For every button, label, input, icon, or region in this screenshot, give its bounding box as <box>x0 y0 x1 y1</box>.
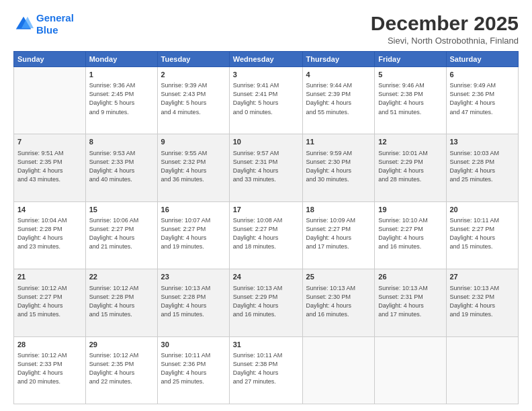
day-number: 1 <box>89 70 154 80</box>
calendar-header-wednesday: Wednesday <box>229 52 302 67</box>
day-number: 7 <box>17 137 82 147</box>
logo-line1: General <box>36 12 74 24</box>
calendar-week-1: 1Sunrise: 9:36 AM Sunset: 2:45 PM Daylig… <box>14 67 519 134</box>
day-number: 19 <box>378 205 442 215</box>
day-number: 30 <box>161 340 226 350</box>
day-number: 13 <box>450 137 515 147</box>
day-info: Sunrise: 9:46 AM Sunset: 2:38 PM Dayligh… <box>378 81 442 116</box>
calendar-header-thursday: Thursday <box>302 52 375 67</box>
calendar-cell: 15Sunrise: 10:06 AM Sunset: 2:27 PM Dayl… <box>85 201 157 269</box>
day-number: 2 <box>161 70 226 80</box>
day-info: Sunrise: 10:13 AM Sunset: 2:32 PM Daylig… <box>450 284 515 319</box>
day-info: Sunrise: 9:53 AM Sunset: 2:33 PM Dayligh… <box>89 149 154 184</box>
calendar-header-tuesday: Tuesday <box>157 52 229 67</box>
day-number: 8 <box>89 137 154 147</box>
calendar-cell: 6Sunrise: 9:49 AM Sunset: 2:36 PM Daylig… <box>446 67 519 134</box>
calendar-cell: 31Sunrise: 10:11 AM Sunset: 2:38 PM Dayl… <box>229 336 302 404</box>
day-number: 29 <box>89 340 154 350</box>
day-info: Sunrise: 9:36 AM Sunset: 2:45 PM Dayligh… <box>89 81 154 116</box>
calendar-cell: 28Sunrise: 10:12 AM Sunset: 2:33 PM Dayl… <box>14 336 86 404</box>
day-number: 16 <box>161 205 226 215</box>
day-number: 24 <box>233 272 299 282</box>
day-number: 12 <box>378 137 442 147</box>
calendar-header-saturday: Saturday <box>446 52 519 67</box>
calendar-cell: 12Sunrise: 10:01 AM Sunset: 2:29 PM Dayl… <box>375 134 446 201</box>
calendar-table: SundayMondayTuesdayWednesdayThursdayFrid… <box>13 51 519 404</box>
calendar-week-5: 28Sunrise: 10:12 AM Sunset: 2:33 PM Dayl… <box>14 336 519 404</box>
calendar-cell <box>302 336 375 404</box>
day-info: Sunrise: 9:41 AM Sunset: 2:41 PM Dayligh… <box>233 81 299 116</box>
day-number: 21 <box>17 272 82 282</box>
day-info: Sunrise: 10:06 AM Sunset: 2:27 PM Daylig… <box>89 216 154 251</box>
day-info: Sunrise: 10:13 AM Sunset: 2:28 PM Daylig… <box>161 284 226 319</box>
day-number: 9 <box>161 137 226 147</box>
title-block: December 2025 Sievi, North Ostrobothnia,… <box>371 12 519 46</box>
day-info: Sunrise: 9:44 AM Sunset: 2:39 PM Dayligh… <box>306 81 371 116</box>
day-number: 25 <box>306 272 371 282</box>
day-info: Sunrise: 10:13 AM Sunset: 2:30 PM Daylig… <box>306 284 371 319</box>
logo-text: General Blue <box>36 12 74 36</box>
day-number: 28 <box>17 340 82 350</box>
calendar-cell: 27Sunrise: 10:13 AM Sunset: 2:32 PM Dayl… <box>446 269 519 336</box>
calendar-cell: 1Sunrise: 9:36 AM Sunset: 2:45 PM Daylig… <box>85 67 157 134</box>
day-info: Sunrise: 9:39 AM Sunset: 2:43 PM Dayligh… <box>161 81 226 116</box>
calendar-cell: 26Sunrise: 10:13 AM Sunset: 2:31 PM Dayl… <box>375 269 446 336</box>
calendar-week-2: 7Sunrise: 9:51 AM Sunset: 2:35 PM Daylig… <box>14 134 519 201</box>
day-info: Sunrise: 10:09 AM Sunset: 2:27 PM Daylig… <box>306 216 371 251</box>
calendar-cell: 24Sunrise: 10:13 AM Sunset: 2:29 PM Dayl… <box>229 269 302 336</box>
day-number: 5 <box>378 70 442 80</box>
page: General Blue December 2025 Sievi, North … <box>0 0 532 411</box>
day-number: 17 <box>233 205 299 215</box>
calendar-header-row: SundayMondayTuesdayWednesdayThursdayFrid… <box>14 52 519 67</box>
calendar-cell: 9Sunrise: 9:55 AM Sunset: 2:32 PM Daylig… <box>157 134 229 201</box>
calendar-cell: 7Sunrise: 9:51 AM Sunset: 2:35 PM Daylig… <box>14 134 86 201</box>
calendar-cell: 21Sunrise: 10:12 AM Sunset: 2:27 PM Dayl… <box>14 269 86 336</box>
logo: General Blue <box>13 12 74 36</box>
calendar-cell: 19Sunrise: 10:10 AM Sunset: 2:27 PM Dayl… <box>375 201 446 269</box>
day-number: 31 <box>233 340 299 350</box>
calendar-cell <box>446 336 519 404</box>
calendar-cell: 30Sunrise: 10:11 AM Sunset: 2:36 PM Dayl… <box>157 336 229 404</box>
day-info: Sunrise: 10:11 AM Sunset: 2:27 PM Daylig… <box>450 216 515 251</box>
logo-icon <box>13 14 34 34</box>
day-info: Sunrise: 10:12 AM Sunset: 2:27 PM Daylig… <box>17 284 82 319</box>
calendar-cell: 16Sunrise: 10:07 AM Sunset: 2:27 PM Dayl… <box>157 201 229 269</box>
day-info: Sunrise: 10:13 AM Sunset: 2:31 PM Daylig… <box>378 284 442 319</box>
day-number: 26 <box>378 272 442 282</box>
day-number: 23 <box>161 272 226 282</box>
calendar-week-4: 21Sunrise: 10:12 AM Sunset: 2:27 PM Dayl… <box>14 269 519 336</box>
calendar-header-monday: Monday <box>85 52 157 67</box>
day-info: Sunrise: 9:59 AM Sunset: 2:30 PM Dayligh… <box>306 149 371 184</box>
day-info: Sunrise: 9:49 AM Sunset: 2:36 PM Dayligh… <box>450 81 515 116</box>
day-info: Sunrise: 10:01 AM Sunset: 2:29 PM Daylig… <box>378 149 442 184</box>
calendar-cell: 8Sunrise: 9:53 AM Sunset: 2:33 PM Daylig… <box>85 134 157 201</box>
calendar-header-friday: Friday <box>375 52 446 67</box>
day-info: Sunrise: 10:11 AM Sunset: 2:38 PM Daylig… <box>233 351 299 386</box>
day-number: 6 <box>450 70 515 80</box>
logo-line2: Blue <box>36 24 58 36</box>
subtitle: Sievi, North Ostrobothnia, Finland <box>371 36 519 46</box>
calendar-cell <box>14 67 86 134</box>
day-info: Sunrise: 10:04 AM Sunset: 2:28 PM Daylig… <box>17 216 82 251</box>
calendar-cell: 17Sunrise: 10:08 AM Sunset: 2:27 PM Dayl… <box>229 201 302 269</box>
calendar-cell: 13Sunrise: 10:03 AM Sunset: 2:28 PM Dayl… <box>446 134 519 201</box>
calendar-cell: 14Sunrise: 10:04 AM Sunset: 2:28 PM Dayl… <box>14 201 86 269</box>
calendar-cell: 11Sunrise: 9:59 AM Sunset: 2:30 PM Dayli… <box>302 134 375 201</box>
day-number: 20 <box>450 205 515 215</box>
calendar-cell: 4Sunrise: 9:44 AM Sunset: 2:39 PM Daylig… <box>302 67 375 134</box>
day-info: Sunrise: 10:12 AM Sunset: 2:28 PM Daylig… <box>89 284 154 319</box>
day-info: Sunrise: 10:07 AM Sunset: 2:27 PM Daylig… <box>161 216 226 251</box>
calendar-cell: 20Sunrise: 10:11 AM Sunset: 2:27 PM Dayl… <box>446 201 519 269</box>
day-info: Sunrise: 9:55 AM Sunset: 2:32 PM Dayligh… <box>161 149 226 184</box>
calendar-cell: 5Sunrise: 9:46 AM Sunset: 2:38 PM Daylig… <box>375 67 446 134</box>
day-info: Sunrise: 10:10 AM Sunset: 2:27 PM Daylig… <box>378 216 442 251</box>
main-title: December 2025 <box>371 12 519 34</box>
calendar-week-3: 14Sunrise: 10:04 AM Sunset: 2:28 PM Dayl… <box>14 201 519 269</box>
calendar-cell: 2Sunrise: 9:39 AM Sunset: 2:43 PM Daylig… <box>157 67 229 134</box>
header: General Blue December 2025 Sievi, North … <box>13 12 519 46</box>
day-info: Sunrise: 9:51 AM Sunset: 2:35 PM Dayligh… <box>17 149 82 184</box>
day-info: Sunrise: 10:12 AM Sunset: 2:33 PM Daylig… <box>17 351 82 386</box>
day-number: 27 <box>450 272 515 282</box>
day-number: 10 <box>233 137 299 147</box>
day-number: 3 <box>233 70 299 80</box>
